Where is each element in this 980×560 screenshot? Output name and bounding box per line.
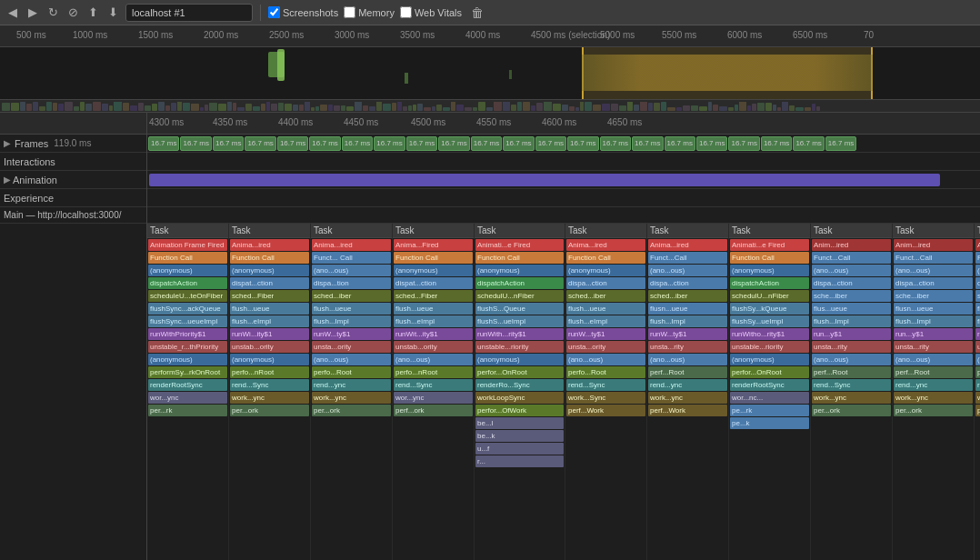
back-button[interactable]: ◀ (5, 5, 20, 20)
flame-block-0-5[interactable]: flushSync...ueueImpl (148, 315, 227, 327)
flame-block-6-12[interactable]: perf...Work (648, 405, 727, 416)
flame-block-3-11[interactable]: wor...ync (394, 392, 473, 404)
task-column-header-6[interactable]: Task (647, 224, 728, 238)
task-column-header-0[interactable]: Task (147, 224, 228, 238)
flame-block-9-1[interactable]: (ano...ous) (894, 265, 973, 276)
web-vitals-toggle[interactable]: Web Vitals (400, 6, 462, 18)
flame-block-6-5[interactable]: flush...Impl (648, 315, 727, 327)
flame-block-9-4[interactable]: flusn...ueue (894, 303, 973, 315)
flame-block-9-5[interactable]: flush...Impl (894, 315, 973, 327)
flame-block-4-3[interactable]: schedulU...nFiber (475, 290, 564, 302)
flame-block-10-1[interactable]: (ano...ous) (975, 265, 980, 276)
flame-block-8-11[interactable]: work...ync (812, 392, 891, 404)
flame-block-6-10[interactable]: rend...ync (648, 379, 727, 391)
flame-block-10-5[interactable]: flush...Impl (975, 315, 980, 327)
flame-block-0-12[interactable]: per...rk (148, 405, 227, 416)
flame-block-9-12[interactable]: per...ork (894, 405, 973, 416)
clear-button[interactable]: 🗑 (471, 5, 484, 20)
flame-block-6-1[interactable]: (ano...ous) (648, 265, 727, 276)
animation-fired-block-1[interactable]: Anima...ired (230, 239, 309, 251)
flame-block-9-7[interactable]: unsta...rity (894, 341, 973, 353)
flame-block-9-6[interactable]: run...y$1 (894, 328, 973, 340)
flame-block-5-3[interactable]: sched...iber (566, 290, 645, 302)
flame-block-2-4[interactable]: flush...ueue (312, 303, 391, 315)
task-column-header-5[interactable]: Task (565, 224, 646, 238)
flame-block-7-13[interactable]: pe...k (730, 417, 809, 429)
animation-fired-block-3[interactable]: Anima...Fired (394, 239, 473, 251)
flame-block-2-10[interactable]: rend...ync (312, 379, 391, 391)
forward-button[interactable]: ▶ (25, 5, 40, 20)
flame-block-4-7[interactable]: unstable...riority (475, 341, 564, 353)
flame-block-10-10[interactable]: rend...ync (975, 379, 980, 391)
flame-block-4-14[interactable]: be...k (475, 430, 564, 442)
memory-checkbox[interactable] (344, 6, 355, 18)
flame-block-6-9[interactable]: perf...Root (648, 366, 727, 378)
flame-block-3-10[interactable]: rend...Sync (394, 379, 473, 391)
flame-block-3-7[interactable]: unstab...ority (394, 341, 473, 353)
flame-block-10-4[interactable]: flusn...ueue (975, 303, 980, 315)
animation-arrow[interactable]: ▶ (4, 175, 11, 185)
flame-block-4-8[interactable]: (anonymous) (475, 354, 564, 365)
flame-block-3-3[interactable]: sched...Fiber (394, 290, 473, 302)
flame-block-4-0[interactable]: Function Call (475, 252, 564, 264)
flame-block-5-11[interactable]: work...Sync (566, 392, 645, 404)
flame-block-0-6[interactable]: runWithPriority$1 (148, 328, 227, 340)
task-column-header-8[interactable]: Task (811, 224, 892, 238)
download-button[interactable]: ⬇ (105, 5, 120, 20)
animation-fired-block-4[interactable]: Animati...e Fired (475, 239, 564, 251)
animation-fired-block-8[interactable]: Anim...ired (812, 239, 891, 251)
task-column-header-3[interactable]: Task (393, 224, 474, 238)
flame-block-6-11[interactable]: work...ync (648, 392, 727, 404)
upload-button[interactable]: ⬆ (85, 5, 100, 20)
flame-block-8-1[interactable]: (ano...ous) (812, 265, 891, 276)
flame-block-6-6[interactable]: runW...ty$1 (648, 328, 727, 340)
flame-block-1-5[interactable]: flush...eImpl (230, 315, 309, 327)
flame-block-5-6[interactable]: runW...ty$1 (566, 328, 645, 340)
flame-block-3-9[interactable]: perfo...nRoot (394, 366, 473, 378)
animation-fired-block-10[interactable]: Anim...ired (975, 239, 980, 251)
flame-block-4-15[interactable]: u...f (475, 443, 564, 455)
flame-block-3-0[interactable]: Function Call (394, 252, 473, 264)
flame-block-3-4[interactable]: flush...ueue (394, 303, 473, 315)
flame-block-2-3[interactable]: sched...iber (312, 290, 391, 302)
frames-arrow[interactable]: ▶ (4, 138, 11, 148)
flame-block-7-1[interactable]: (anonymous) (730, 265, 809, 276)
flame-block-4-10[interactable]: renderRo...Sync (475, 379, 564, 391)
screenshots-toggle[interactable]: Screenshots (268, 6, 338, 18)
flame-block-4-5[interactable]: flushS...ueImpl (475, 315, 564, 327)
flame-block-5-9[interactable]: perfo...Root (566, 366, 645, 378)
flame-block-2-2[interactable]: dispa...tion (312, 277, 391, 289)
web-vitals-checkbox[interactable] (400, 6, 412, 18)
flame-block-1-3[interactable]: sched...Fiber (230, 290, 309, 302)
flame-block-9-11[interactable]: work...ync (894, 392, 973, 404)
scrollbar-row[interactable]: // Generate mini blocks inline const col… (0, 100, 980, 113)
flame-block-1-6[interactable]: runWi...ity$1 (230, 328, 309, 340)
flame-block-8-3[interactable]: sche...iber (812, 290, 891, 302)
flame-block-10-2[interactable]: dispa...ction (975, 277, 980, 289)
flame-block-9-2[interactable]: dispa...ction (894, 277, 973, 289)
flame-block-4-12[interactable]: perfor...OfWork (475, 405, 564, 416)
flame-block-1-11[interactable]: work...ync (230, 392, 309, 404)
task-columns-scroll[interactable]: TaskAnimation Frame FiredFunction Call(a… (147, 224, 980, 560)
flame-block-6-3[interactable]: sched...iber (648, 290, 727, 302)
flame-block-9-9[interactable]: perf...Root (894, 366, 973, 378)
flame-block-7-2[interactable]: dispatchAction (730, 277, 809, 289)
flame-block-1-4[interactable]: flush...ueue (230, 303, 309, 315)
task-column-header-10[interactable]: Task (975, 224, 980, 238)
flame-block-7-10[interactable]: renderRootSync (730, 379, 809, 391)
flame-block-8-5[interactable]: flush...Impl (812, 315, 891, 327)
flame-block-10-11[interactable]: work...ync (975, 392, 980, 404)
flame-block-5-8[interactable]: (ano...ous) (566, 354, 645, 365)
flame-block-4-9[interactable]: perfor...OnRoot (475, 366, 564, 378)
flame-block-9-8[interactable]: (ano...ous) (894, 354, 973, 365)
flame-block-10-6[interactable]: run...y$1 (975, 328, 980, 340)
flame-block-5-10[interactable]: rend...Sync (566, 379, 645, 391)
flame-block-8-9[interactable]: perf...Root (812, 366, 891, 378)
flame-block-0-1[interactable]: (anonymous) (148, 265, 227, 276)
flame-block-7-8[interactable]: (anonymous) (730, 354, 809, 365)
task-column-header-2[interactable]: Task (311, 224, 392, 238)
flame-block-8-6[interactable]: run...y$1 (812, 328, 891, 340)
flame-block-2-11[interactable]: work...ync (312, 392, 391, 404)
flame-block-0-11[interactable]: wor...ync (148, 392, 227, 404)
flame-block-2-0[interactable]: Funct... Call (312, 252, 391, 264)
